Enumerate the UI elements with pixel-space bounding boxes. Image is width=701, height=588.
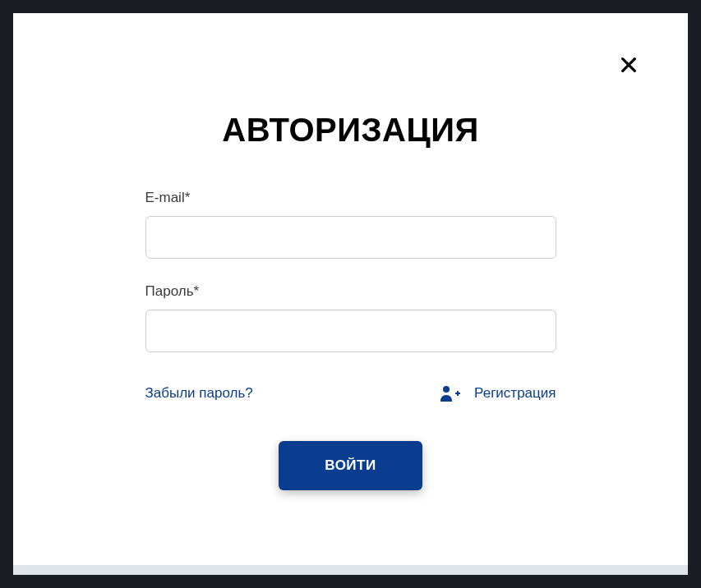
svg-point-2	[443, 386, 450, 393]
form-content: АВТОРИЗАЦИЯ E-mail* Пароль* Забыли парол…	[145, 112, 556, 490]
register-label: Регистрация	[474, 385, 556, 402]
login-button[interactable]: ВОЙТИ	[279, 441, 422, 490]
email-group: E-mail*	[145, 190, 556, 259]
user-plus-icon	[440, 385, 461, 402]
email-input[interactable]	[145, 216, 556, 259]
links-row: Забыли пароль? Регистрация	[145, 385, 556, 402]
submit-row: ВОЙТИ	[145, 441, 556, 490]
password-input[interactable]	[145, 310, 556, 352]
modal-title: АВТОРИЗАЦИЯ	[145, 112, 556, 149]
bottom-strip	[13, 565, 688, 575]
close-icon	[620, 56, 638, 76]
password-group: Пароль*	[145, 283, 556, 352]
password-label: Пароль*	[145, 283, 556, 300]
close-button[interactable]	[617, 54, 640, 77]
email-label: E-mail*	[145, 190, 556, 206]
register-link[interactable]: Регистрация	[440, 385, 556, 402]
auth-modal: АВТОРИЗАЦИЯ E-mail* Пароль* Забыли парол…	[13, 13, 688, 565]
forgot-password-link[interactable]: Забыли пароль?	[145, 385, 253, 402]
